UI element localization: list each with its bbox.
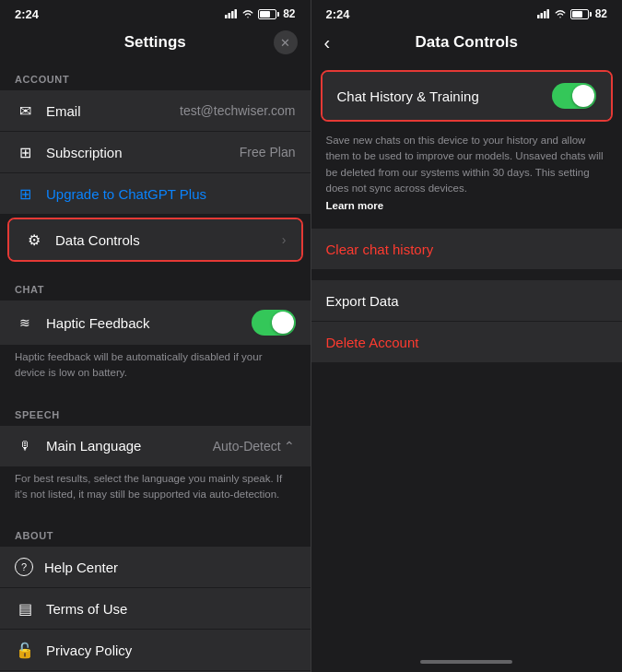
account-section-label: ACCOUNT [0,61,311,90]
data-controls-highlight: ⚙ Data Controls › [7,218,303,262]
clear-chat-row[interactable]: Clear chat history [311,229,623,269]
status-bar-left: 2:24 82 [0,0,311,26]
terms-icon: ▤ [15,600,35,618]
data-controls-chevron: › [282,232,287,247]
upgrade-label: Upgrade to ChatGPT Plus [46,186,206,202]
data-controls-title: Data Controls [416,33,518,52]
data-controls-header: ‹ Data Controls [311,26,623,61]
battery-icon-left [258,9,279,19]
svg-rect-1 [229,13,231,18]
data-controls-panel: 2:24 82 ‹ Data Controls [311,0,623,672]
chat-history-row[interactable]: Chat History & Training [323,72,612,120]
signal-icon [225,9,238,18]
upgrade-row[interactable]: ⊞ Upgrade to ChatGPT Plus [0,173,311,214]
data-controls-row[interactable]: ⚙ Data Controls › [9,219,301,260]
privacy-label: Privacy Policy [46,643,296,658]
email-label: Email [46,103,169,119]
haptic-toggle[interactable] [252,310,296,336]
speech-subtext: For best results, select the language yo… [0,467,311,511]
svg-rect-6 [544,11,546,18]
time-left: 2:24 [15,7,39,21]
export-data-label: Export Data [326,293,399,309]
subscription-label: Subscription [46,145,229,160]
toggle-knob [272,312,294,334]
data-controls-label: Data Controls [55,232,267,248]
email-icon: ✉ [15,102,35,120]
haptic-icon: ≋ [15,315,35,330]
signal-icon-right [537,9,550,18]
chat-history-toggle[interactable] [552,83,596,109]
speech-section-label: SPEECH [0,396,311,426]
language-icon: 🎙 [15,439,35,453]
status-icons-right: 82 [537,7,607,20]
subscription-row[interactable]: ⊞ Subscription Free Plan [0,132,311,172]
settings-header: Settings ✕ [0,26,311,61]
battery-pct-left: 82 [283,7,295,20]
help-center-label: Help Center [44,560,296,575]
time-right: 2:24 [326,7,350,21]
email-value: test@techwiser.com [180,103,295,118]
upgrade-icon: ⊞ [15,185,35,203]
wifi-icon-right [554,8,567,19]
chat-history-description: Save new chats on this device to your hi… [311,125,623,218]
settings-scroll[interactable]: ACCOUNT ✉ Email test@techwiser.com ⊞ Sub… [0,61,311,672]
chat-section-label: CHAT [0,271,311,301]
svg-rect-0 [225,15,228,18]
clear-chat-label: Clear chat history [326,242,434,257]
terms-row[interactable]: ▤ Terms of Use [0,588,311,629]
delete-account-label: Delete Account [326,335,419,350]
haptic-label: Haptic Feedback [46,315,241,331]
language-row[interactable]: 🎙 Main Language Auto-Detect ⌃ [0,426,311,466]
chat-history-toggle-knob [572,85,594,107]
export-data-row[interactable]: Export Data [311,280,623,321]
help-icon: ? [15,558,33,576]
terms-label: Terms of Use [46,601,296,617]
help-center-row[interactable]: ? Help Center [0,547,311,587]
back-button[interactable]: ‹ [324,33,331,52]
delete-account-row[interactable]: Delete Account [311,322,623,362]
privacy-icon: 🔓 [15,642,35,659]
battery-pct-right: 82 [595,7,607,20]
settings-title: Settings [124,33,186,52]
home-indicator-bar [420,660,512,664]
settings-panel: 2:24 82 Settings ✕ [0,0,311,672]
close-button[interactable]: ✕ [274,30,298,54]
svg-rect-5 [540,13,543,18]
chat-history-highlight: Chat History & Training [321,70,614,122]
home-indicator [311,652,623,672]
wifi-icon [241,8,254,19]
chat-history-label: Chat History & Training [337,88,479,104]
about-section-label: ABOUT [0,517,311,547]
svg-rect-4 [537,15,540,18]
subscription-value: Free Plan [240,145,296,159]
email-row[interactable]: ✉ Email test@techwiser.com [0,90,311,131]
svg-rect-7 [546,9,549,18]
data-controls-scroll[interactable]: Chat History & Training Save new chats o… [311,61,623,652]
status-icons-left: 82 [225,7,295,20]
battery-icon-right [570,9,592,19]
learn-more-link[interactable]: Learn more [326,198,608,214]
language-value: Auto-Detect ⌃ [213,439,296,454]
haptic-row[interactable]: ≋ Haptic Feedback [0,301,311,345]
status-bar-right: 2:24 82 [311,0,623,26]
svg-rect-2 [231,11,234,18]
privacy-row[interactable]: 🔓 Privacy Policy [0,630,311,670]
data-controls-icon: ⚙ [24,231,44,249]
svg-rect-3 [235,9,238,18]
subscription-icon: ⊞ [15,144,35,161]
language-label: Main Language [46,438,202,454]
haptic-subtext: Haptic feedback will be automatically di… [0,346,311,389]
